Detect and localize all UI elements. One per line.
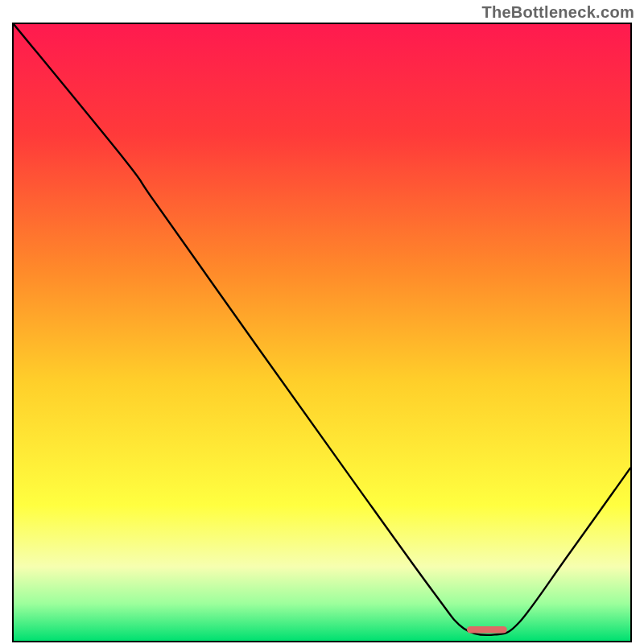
chart-background bbox=[14, 24, 630, 641]
watermark-text: TheBottleneck.com bbox=[481, 3, 634, 22]
chart-frame bbox=[12, 23, 632, 642]
bottleneck-chart bbox=[14, 24, 630, 641]
optimal-range-marker bbox=[467, 626, 507, 633]
